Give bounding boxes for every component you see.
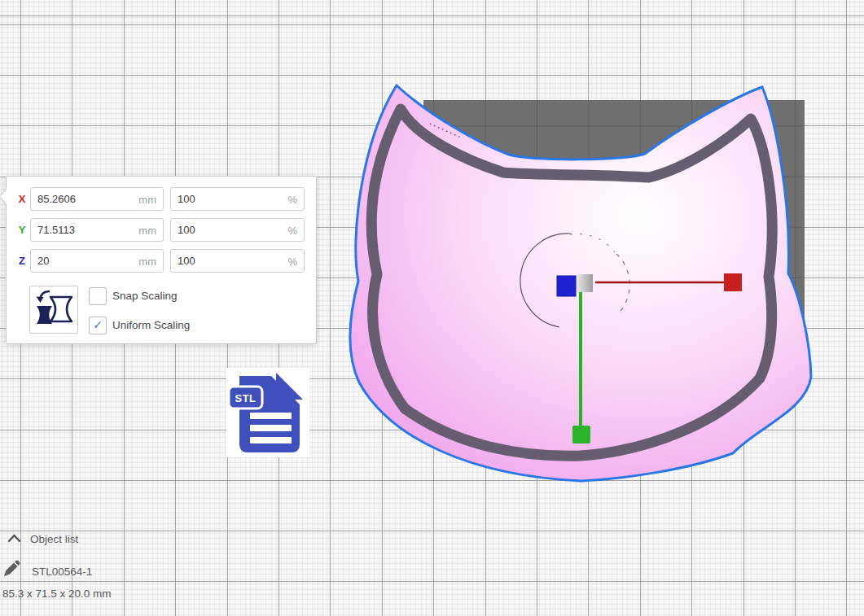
scale-x-percent-input[interactable]	[170, 187, 305, 211]
check-icon: ✓	[93, 318, 103, 331]
scale-handle-y[interactable]	[572, 426, 590, 443]
scale-x-mm-input[interactable]	[30, 187, 164, 211]
snap-scaling-label: Snap Scaling	[112, 290, 178, 302]
scale-row-y: Y mm %	[7, 218, 316, 242]
object-list-item-label: STL00564-1	[32, 566, 92, 578]
scale-y-mm-input[interactable]	[30, 218, 164, 242]
scale-row-x: X mm %	[7, 187, 316, 211]
center-handle-gray[interactable]	[576, 274, 593, 292]
scale-y-mm-field: mm	[30, 218, 164, 242]
scale-handle-x[interactable]	[724, 273, 742, 291]
scale-z-percent-field: %	[170, 249, 305, 273]
stl-file-icon[interactable]: STL	[226, 368, 309, 457]
scale-tool-panel: X mm % Y mm % Z mm %	[6, 176, 317, 344]
scale-z-mm-input[interactable]	[30, 249, 164, 273]
scale-tool-icon-box	[29, 286, 78, 334]
rename-pencil-icon[interactable]	[3, 559, 21, 577]
model-dimensions-label: 85.3 x 71.5 x 20.0 mm	[2, 588, 112, 600]
axis-label-y: Y	[15, 224, 29, 236]
object-list-header-label: Object list	[30, 533, 78, 545]
scale-z-mm-field: mm	[30, 249, 164, 273]
scale-row-z: Z mm %	[7, 249, 316, 273]
axis-label-z: Z	[15, 255, 29, 267]
stl-badge-label: STL	[235, 392, 256, 404]
center-handle[interactable]	[557, 276, 576, 296]
scale-z-percent-input[interactable]	[170, 249, 305, 273]
chevron-up-icon[interactable]	[7, 534, 21, 543]
snap-scaling-checkbox[interactable]	[89, 287, 107, 305]
scale-tool-icon	[30, 286, 76, 331]
axis-label-x: X	[15, 193, 29, 205]
uniform-scaling-checkbox[interactable]: ✓	[89, 317, 107, 334]
scale-x-mm-field: mm	[30, 187, 164, 211]
scale-y-percent-field: %	[170, 218, 305, 242]
uniform-scaling-label: Uniform Scaling	[112, 319, 190, 331]
scale-x-percent-field: %	[170, 187, 305, 211]
scale-y-percent-input[interactable]	[170, 218, 305, 242]
